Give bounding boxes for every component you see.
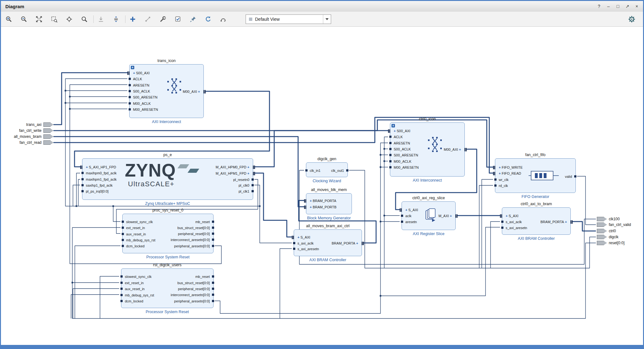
external-port-ctrl0[interactable]: ctrl0: [597, 228, 616, 234]
ip-block-digclk_gen[interactable]: digclk_gen Clocking Wizard clk_in1clk_ou…: [306, 162, 348, 177]
port-M00_ACLK[interactable]: M00_ACLK: [390, 159, 411, 164]
signal-pin-icon[interactable]: [212, 233, 214, 235]
port-aux_reset_in[interactable]: aux_reset_in: [123, 232, 146, 237]
settings-gear-icon[interactable]: [627, 15, 636, 24]
expand-plus-icon[interactable]: +: [394, 129, 396, 133]
zoom-fit-icon[interactable]: [35, 15, 43, 23]
port-bus_struct_reset[0:0][interactable]: bus_struct_reset[0:0]: [177, 280, 213, 285]
ip-block-ps_e[interactable]: ps_e Zynq UltraScale+ MPSoC ZYNQ UltraSC…: [82, 158, 253, 200]
port-M_AXI[interactable]: M_AXI+: [439, 213, 455, 218]
signal-pin-icon[interactable]: [401, 221, 403, 223]
expand-plus-icon[interactable]: +: [565, 220, 567, 224]
bus-pin-icon[interactable]: [493, 166, 494, 169]
port-aclk[interactable]: aclk: [402, 213, 412, 218]
port-M_AXI_HPM1_FPD[interactable]: M_AXI_HPM1_FPD+: [216, 171, 253, 176]
port-mb_reset[interactable]: mb_reset: [195, 274, 213, 279]
port-ext_reset_in[interactable]: ext_reset_in: [123, 225, 145, 230]
signal-pin-icon[interactable]: [212, 300, 214, 302]
port-bus_struct_reset[0:0][interactable]: bus_struct_reset[0:0]: [177, 225, 213, 230]
ip-block-ctrl0_icon[interactable]: ctrl0_icon AXI Interconnect + +S00_AXIAC…: [390, 122, 465, 177]
autofit-selection-icon[interactable]: [65, 15, 73, 23]
port-pl_ps_irq0[0:0][interactable]: pl_ps_irq0[0:0]: [82, 189, 108, 194]
bus-pin-icon[interactable]: [80, 166, 81, 169]
expand-plus-icon[interactable]: +: [247, 172, 249, 175]
expand-hierarchy-icon[interactable]: [112, 15, 120, 23]
signal-pin-icon[interactable]: [293, 242, 295, 244]
signal-pin-icon[interactable]: [129, 102, 131, 104]
port-wr_clk[interactable]: wr_clk: [495, 177, 508, 182]
signal-pin-icon[interactable]: [81, 172, 84, 174]
signal-pin-icon[interactable]: [122, 221, 124, 223]
port-pl_resetn0[interactable]: pl_resetn0: [233, 177, 253, 182]
signal-wire[interactable]: [71, 295, 119, 318]
zoom-out-icon[interactable]: [20, 15, 28, 23]
signal-pin-icon[interactable]: [494, 184, 497, 187]
port-FIFO_WRITE[interactable]: +FIFO_WRITE: [495, 165, 523, 170]
ip-block-trans_icon[interactable]: trans_icon AXI Interconnect + +S00_AXIAC…: [129, 64, 204, 118]
bus-pin-icon[interactable]: [254, 172, 255, 175]
external-port-fan_ctrl_valid[interactable]: fan_ctrl_valid: [597, 222, 631, 228]
expand-plus-icon[interactable]: +: [133, 71, 135, 75]
external-port-digclk[interactable]: digclk: [597, 234, 619, 240]
bus-wire[interactable]: [254, 131, 388, 167]
expand-plus-icon[interactable]: +: [297, 235, 299, 239]
signal-wire[interactable]: [75, 246, 120, 318]
expand-plus-icon[interactable]: +: [310, 205, 312, 209]
port-dcm_locked[interactable]: dcm_locked: [123, 244, 145, 249]
port-M00_ARESETN[interactable]: M00_ARESETN: [390, 165, 419, 170]
maximize-icon[interactable]: □: [615, 4, 620, 9]
title-bar[interactable]: Diagram ? – □ ↗ ×: [1, 1, 643, 12]
validate-design-icon[interactable]: [174, 15, 182, 23]
port-S_AXI[interactable]: +S_AXI: [402, 207, 418, 212]
port-ARESETN[interactable]: ARESETN: [130, 83, 149, 88]
signal-pin-icon[interactable]: [212, 282, 214, 284]
port-M00_AXI[interactable]: M00_AXI+: [183, 89, 203, 94]
port-FIFO_READ[interactable]: +FIFO_READ: [495, 171, 521, 176]
signal-pin-icon[interactable]: [212, 239, 214, 241]
signal-pin-icon[interactable]: [122, 239, 124, 241]
signal-pin-icon[interactable]: [120, 282, 123, 284]
port-pentagon-icon[interactable]: [597, 235, 607, 239]
bus-pin-icon[interactable]: [500, 214, 501, 218]
bus-wire[interactable]: [254, 173, 292, 237]
signal-pin-icon[interactable]: [129, 96, 131, 98]
signal-pin-icon[interactable]: [120, 275, 123, 278]
signal-pin-icon[interactable]: [389, 136, 391, 138]
expand-plus-icon[interactable]: +: [310, 199, 312, 203]
port-BRAM_PORTA[interactable]: +BRAM_PORTA: [306, 198, 336, 203]
signal-pin-icon[interactable]: [389, 148, 391, 150]
port-peripheral_reset[0:0][interactable]: peripheral_reset[0:0]: [178, 231, 213, 236]
port-pentagon-icon[interactable]: [597, 222, 607, 227]
chevron-down-icon[interactable]: [323, 15, 331, 24]
port-M_AXI_HPM0_FPD[interactable]: M_AXI_HPM0_FPD+: [216, 165, 253, 170]
signal-pin-icon[interactable]: [252, 184, 254, 186]
float-icon[interactable]: ↗: [625, 4, 630, 9]
block-collapse-icon[interactable]: +: [131, 66, 134, 69]
help-icon[interactable]: ?: [597, 4, 602, 9]
expand-plus-icon[interactable]: +: [499, 166, 501, 169]
port-pentagon-icon[interactable]: [597, 217, 607, 221]
bus-pin-icon[interactable]: [457, 214, 458, 218]
port-peripheral_aresetn[0:0][interactable]: peripheral_aresetn[0:0]: [174, 299, 213, 304]
external-port-fan_ctrl_write[interactable]: fan_ctrl_write: [1, 128, 53, 133]
diagram-canvas[interactable]: trans_axi fan_ctrl_write all_moves_bram …: [1, 27, 643, 345]
signal-pin-icon[interactable]: [212, 221, 214, 223]
port-s_axi_aresetn[interactable]: s_axi_aresetn: [502, 225, 527, 230]
port-interconnect_aresetn[0:0][interactable]: interconnect_aresetn[0:0]: [171, 237, 213, 242]
port-S_AXI_HP1_FPD[interactable]: +S_AXI_HP1_FPD: [82, 165, 116, 170]
signal-pin-icon[interactable]: [389, 166, 391, 168]
ip-block-proc_sys_reset_0[interactable]: proc_sys_reset_0 Processor System Reset …: [122, 214, 214, 253]
port-pentagon-icon[interactable]: [597, 229, 607, 233]
port-pentagon-icon[interactable]: [43, 122, 53, 127]
signal-pin-icon[interactable]: [346, 169, 348, 172]
port-S00_ACLK[interactable]: S00_ACLK: [390, 147, 411, 152]
signal-wire[interactable]: [482, 179, 493, 268]
signal-pin-icon[interactable]: [81, 190, 84, 192]
signal-pin-icon[interactable]: [120, 300, 123, 302]
port-S_AXI[interactable]: +S_AXI: [294, 235, 310, 240]
port-S_AXI[interactable]: +S_AXI: [502, 213, 519, 218]
port-valid[interactable]: valid: [565, 174, 575, 179]
port-pentagon-icon[interactable]: [597, 241, 607, 245]
signal-pin-icon[interactable]: [389, 160, 391, 162]
minimize-icon[interactable]: –: [606, 4, 611, 9]
